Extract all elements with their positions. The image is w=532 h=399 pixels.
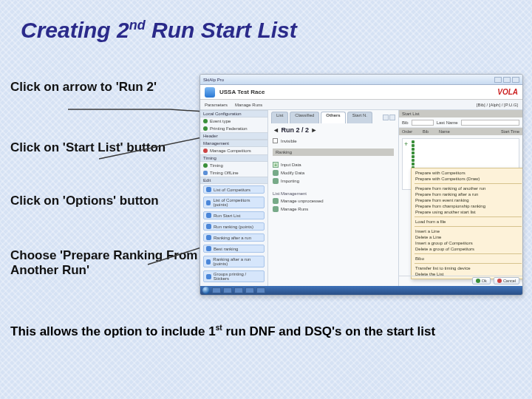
tab-nav-arrows	[383, 112, 395, 123]
item-manage-competitors[interactable]: Manage Competitors	[200, 147, 267, 154]
check-row: Invisible	[273, 138, 297, 143]
opt-bibo[interactable]: Bibo	[415, 256, 522, 261]
triangle-right-icon[interactable]: ►	[309, 126, 317, 134]
checkbox-icon[interactable]	[273, 138, 278, 143]
title-post: Run Start List	[146, 18, 297, 42]
step-2: Click on 'Start List' button	[10, 140, 166, 155]
opt-load-from-file[interactable]: Load from a file	[415, 219, 522, 224]
tab-others[interactable]: Others	[321, 112, 345, 123]
menu-view-mode: [Bib] / [Alph] / [P.U.G]	[477, 103, 518, 107]
gear-icon	[273, 198, 279, 204]
dot-icon	[203, 163, 208, 168]
list-icon	[206, 200, 211, 205]
start-orb-icon[interactable]	[202, 287, 210, 294]
footer-post: run DNF and DSQ's on the start list	[222, 324, 435, 338]
bb-run-ranking-points[interactable]: Run ranking (points)	[203, 222, 265, 231]
bb-list-competitors[interactable]: List of Competitors	[203, 185, 265, 194]
ok-button[interactable]: Ok	[472, 277, 491, 284]
opt-transfer-timing[interactable]: Transfer list to timing device	[415, 266, 522, 270]
taskbar-item[interactable]	[245, 287, 254, 293]
ranking-header: Ranking	[273, 149, 394, 156]
expand-icon[interactable]: +	[404, 140, 408, 148]
tab-right-icon[interactable]	[389, 115, 395, 120]
vola-logo: VOLA	[497, 88, 518, 96]
list-icon	[206, 246, 211, 251]
opt-insert-group[interactable]: Insert a group of Competitors	[415, 241, 522, 245]
opt-insert-line[interactable]: Insert a Line	[415, 229, 522, 233]
opt-prepare-event-ranking[interactable]: Prepare from event ranking	[415, 198, 522, 202]
tab-classified[interactable]: Classified	[290, 112, 319, 123]
section-local-config: Local Configuration	[200, 110, 267, 117]
import-icon	[273, 178, 279, 184]
section-management: Management	[200, 140, 267, 147]
menu-manage-runs[interactable]: Manage Runs	[235, 103, 262, 107]
tab-left-icon[interactable]	[383, 115, 389, 120]
windows-taskbar	[200, 286, 522, 295]
plus-icon: +	[273, 162, 279, 168]
window-title: SkiAlp Pro	[203, 78, 224, 82]
separator	[415, 263, 522, 264]
cancel-button[interactable]: Cancel	[494, 277, 519, 284]
race-header: USSA Test Race VOLA	[200, 85, 522, 100]
bib-search-row: Bib Last Name	[399, 117, 522, 128]
taskbar-item[interactable]	[256, 287, 265, 293]
bb-list-competitors-points[interactable]: List of Competitors (points)	[203, 197, 265, 208]
step-3: Click on 'Options' button	[10, 194, 159, 208]
lastname-label: Last Name	[437, 120, 458, 125]
action-column: +Input Data Modify Data Importing List M…	[273, 162, 324, 212]
row-importing[interactable]: Importing	[273, 178, 324, 184]
run-selector[interactable]: ◄ Run 2 / 2 ►	[273, 126, 317, 134]
bib-input[interactable]	[412, 120, 434, 126]
maximize-icon[interactable]	[503, 77, 511, 83]
taskbar-item[interactable]	[223, 287, 232, 293]
bb-best-ranking[interactable]: Best ranking	[203, 245, 265, 253]
opt-delete-line[interactable]: Delete a Line	[415, 235, 522, 239]
row-manage-runs[interactable]: Manage Runs	[273, 206, 324, 212]
window-titlebar: SkiAlp Pro	[200, 75, 522, 85]
triangle-left-icon[interactable]: ◄	[273, 126, 281, 134]
menu-parameters[interactable]: Parameters	[205, 103, 228, 107]
opt-prepare-ranking-another-run[interactable]: Prepare from ranking of another run	[415, 186, 522, 191]
bb-ranking-after-run-points[interactable]: Ranking after a run (points)	[203, 256, 265, 267]
opt-prepare-championship[interactable]: Prepare from championship ranking	[415, 204, 522, 208]
item-event-type[interactable]: Event type	[200, 117, 267, 125]
left-sidebar: Local Configuration Event type Printing …	[200, 110, 268, 286]
opt-prepare-another-start-list[interactable]: Prepare using another start list	[415, 210, 522, 214]
separator	[415, 226, 522, 227]
footer-sup: st	[216, 324, 222, 332]
run-title-text: Run 2 / 2	[281, 126, 309, 134]
tab-list[interactable]: List	[271, 112, 288, 123]
opt-prepare-competitors[interactable]: Prepare with Competitors	[415, 171, 522, 175]
dot-icon	[203, 119, 208, 123]
opt-delete-group[interactable]: Delete a group of Competitors	[415, 247, 522, 251]
list-icon	[206, 224, 211, 229]
item-timing-offline[interactable]: Timing OffLine	[200, 169, 267, 177]
minimize-icon[interactable]	[494, 77, 502, 83]
separator	[415, 253, 522, 254]
close-icon[interactable]	[512, 77, 519, 83]
lastname-input[interactable]	[461, 120, 519, 126]
opt-prepare-competitors-draw[interactable]: Prepare with Competitors (Draw)	[415, 177, 522, 181]
bib-label: Bib	[402, 120, 409, 125]
row-manage-unprocessed[interactable]: Manage unprocessed	[273, 198, 324, 204]
row-input-data[interactable]: +Input Data	[273, 162, 324, 168]
tab-start-next[interactable]: Start N.	[347, 112, 372, 123]
dot-icon	[203, 171, 208, 175]
race-title: USSA Test Race	[219, 89, 265, 95]
grid-row-markers	[412, 140, 415, 169]
row-modify-data[interactable]: Modify Data	[273, 170, 324, 176]
taskbar-item[interactable]	[212, 287, 221, 293]
item-printing-federation[interactable]: Printing Federation	[200, 125, 267, 132]
item-timing[interactable]: Timing	[200, 162, 267, 169]
title-sup: nd	[129, 18, 146, 33]
right-panel-start-list: Start List Bib Last Name Order Bib Name …	[398, 110, 522, 286]
bb-ranking-after-run[interactable]: Ranking after a run	[203, 233, 265, 242]
list-icon	[206, 235, 211, 240]
opt-prepare-ranking-after-run[interactable]: Prepare from ranking after a run	[415, 192, 522, 197]
footer-pre: This allows the option to include 1	[10, 324, 216, 338]
taskbar-item[interactable]	[234, 287, 243, 293]
bb-groups-printing[interactable]: Groups printing / Stickers	[203, 270, 265, 282]
step-1: Click on arrow to 'Run 2'	[10, 80, 157, 95]
bb-run-start-list[interactable]: Run Start List	[203, 211, 265, 219]
list-icon	[206, 259, 211, 265]
